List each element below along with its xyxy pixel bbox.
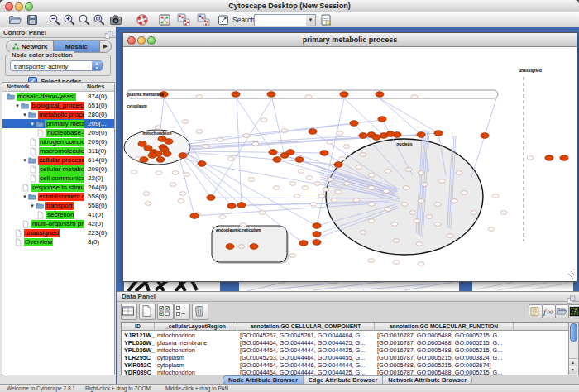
matrix-icon[interactable] [568,304,579,318]
network-node-unselected[interactable] [203,145,209,149]
table-cell[interactable]: [GO:0016787, GO:0005215, GO:0003824, G..… [375,354,514,361]
network-node-unselected[interactable] [290,182,296,186]
column-header[interactable]: annotation.GO CELLULAR_COMPONENT [237,323,375,331]
network-node[interactable] [163,151,171,157]
network-node[interactable] [295,157,304,163]
table-cell[interactable]: [GO:0016787, GO:0005488, GO:0005215, G..… [375,339,514,347]
network-canvas[interactable]: plasma membranecytoplasmmitochondrionnuc… [123,47,575,280]
network-node-unselected[interactable] [343,145,350,149]
network-node-unselected[interactable] [418,199,424,203]
network-node-unselected[interactable] [414,219,420,223]
table-cell[interactable]: [GO:0045267, GO:0045261, GO:0044464, G..… [237,332,375,339]
network-node-unselected[interactable] [227,157,234,161]
network-node[interactable] [299,241,308,246]
network-node-unselected[interactable] [500,211,507,215]
network-node-unselected[interactable] [368,219,375,223]
network-node[interactable] [434,131,443,136]
network-node[interactable] [207,195,215,201]
network-node-unselected[interactable] [179,192,186,196]
network-node-unselected[interactable] [318,194,325,198]
network-node-unselected[interactable] [294,194,300,198]
table-cell[interactable]: YPL036W__1 [122,347,155,354]
network-node-unselected[interactable] [421,183,428,187]
network-node-unselected[interactable] [411,95,418,99]
table-cell[interactable]: mitochondrion [155,332,237,339]
annotation-icon[interactable] [217,13,231,26]
network-edge[interactable] [380,98,438,133]
network-node[interactable] [190,213,199,219]
network-node-unselected[interactable] [145,202,151,206]
table-cell[interactable]: plasma membrane [155,339,237,347]
network-node[interactable] [386,131,395,137]
tab-overflow-arrow[interactable]: ▶ [100,41,111,52]
network-node[interactable] [545,155,553,161]
network-node[interactable] [165,139,173,145]
tree-row[interactable]: mosaic-demo-yeast874(0) [2,92,114,101]
tree-row[interactable]: nucleobase-c209(0) [2,128,114,137]
network-node-unselected[interactable] [418,262,424,266]
tree-row[interactable]: macromolecule311(0) [2,146,114,155]
table-cell[interactable]: [GO:0045263, GO:0044464, GO:0044455, G..… [237,354,375,361]
network-node-unselected[interactable] [240,223,246,227]
zoom-selected-icon[interactable] [93,13,107,26]
network-node[interactable] [156,157,165,163]
network-node-unselected[interactable] [409,211,416,215]
network-node[interactable] [140,157,148,163]
zoom-fit-icon[interactable] [78,13,92,26]
table-cell[interactable]: cytoplasm [155,361,237,369]
tree-row[interactable]: secretion41(0) [2,210,114,219]
network-node-unselected[interactable] [178,199,184,203]
node-color-dropdown[interactable]: transporter activity ▲▼ [10,60,103,71]
network-node-unselected[interactable] [393,261,400,265]
network-node-unselected[interactable] [298,170,304,174]
network-edge[interactable] [160,98,164,130]
table-cell[interactable]: YKR052C [122,361,155,369]
table-cell[interactable]: mitochondrion [155,347,237,354]
tree-row[interactable]: ▼metabolic process280(0) [2,110,114,119]
scrollbar-thumb[interactable] [570,323,577,342]
tree-row[interactable]: unassigned223(0) [2,228,114,237]
formula-builder-icon[interactable]: f(x) [542,304,556,318]
network-node-unselected[interactable] [353,198,360,203]
network-node-unselected[interactable] [259,211,266,215]
vizmapper-icon[interactable] [158,13,172,26]
network-node[interactable] [313,223,321,229]
attribute-table-icon[interactable] [121,304,137,320]
network-node[interactable] [372,135,380,141]
network-node-unselected[interactable] [327,178,333,182]
network-node-unselected[interactable] [447,234,453,238]
network-node-unselected[interactable] [155,126,161,130]
network-node-unselected[interactable] [281,129,288,133]
network-graph[interactable]: plasma membranecytoplasmmitochondrionnuc… [123,47,575,280]
tree-row[interactable]: multi-organism pro42(0) [2,219,114,228]
tree-header[interactable]: Network Nodes [2,83,114,92]
network-node-unselected[interactable] [327,141,333,145]
network-node-unselected[interactable] [385,170,391,174]
network-node[interactable] [267,92,275,98]
network-node-unselected[interactable] [426,215,433,219]
tab-network[interactable]: Network [7,41,53,52]
attribute-table[interactable]: ID_cellularLayoutRegionannotation.GO CEL… [121,322,569,375]
network-node-unselected[interactable] [434,222,441,227]
network-node[interactable] [560,155,568,161]
network-node-unselected[interactable] [243,134,250,138]
network-node[interactable] [340,92,348,98]
network-edge[interactable] [380,98,421,135]
float-panel-icon[interactable] [567,293,576,302]
expand-arrow-icon[interactable]: ▼ [22,112,28,117]
network-node-unselected[interactable] [391,222,398,227]
table-cell[interactable]: YJR121W__1 [122,332,155,339]
expand-arrow-icon[interactable]: ▼ [14,103,21,108]
network-node-unselected[interactable] [196,130,203,134]
network-node-unselected[interactable] [335,190,342,194]
tree-row[interactable]: Overview8(0) [2,237,114,246]
network-node[interactable] [138,141,146,147]
float-panel-icon[interactable] [104,28,113,37]
snapshot-icon[interactable] [109,13,123,26]
network-node[interactable] [198,161,206,167]
tree-row[interactable]: ▼transport558(0) [2,201,114,210]
network-node[interactable] [273,157,281,163]
network-node-unselected[interactable] [383,189,390,194]
tree-row[interactable]: ▼primary metabol209(... [2,119,114,128]
expand-arrow-icon[interactable]: ▼ [29,203,36,208]
